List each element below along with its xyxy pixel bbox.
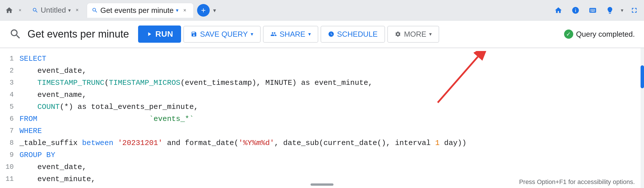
vertical-scrollbar-thumb[interactable] <box>641 65 644 88</box>
code-content[interactable]: SELECT event_date, TIMESTAMP_TRUNC(TIMES… <box>17 48 644 188</box>
tab1-close[interactable]: × <box>73 6 81 14</box>
toolbar: Get events per minute RUN SAVE QUERY ▾ S… <box>0 21 644 48</box>
code-line-8: _table_suffix between '20231201' and for… <box>19 137 639 149</box>
share-dropdown[interactable]: ▾ <box>308 31 311 37</box>
tab-bar: × Untitled ▾ × Get events per minute ▾ ×… <box>0 0 644 21</box>
topbar-expand-icon[interactable] <box>628 4 641 17</box>
code-line-10: event_date, <box>19 161 639 173</box>
query-status: ✓ Query completed. <box>564 30 635 39</box>
query-title: Get events per minute <box>28 28 129 40</box>
check-icon: ✓ <box>564 30 573 39</box>
code-line-7: WHERE <box>19 125 639 137</box>
home-close-btn[interactable]: × <box>16 6 24 14</box>
accessibility-hint: Press Option+F1 for accessibility option… <box>519 178 635 186</box>
topbar-keyboard-icon[interactable] <box>586 4 599 17</box>
toolbar-right: ✓ Query completed. <box>564 30 635 39</box>
tab2-dropdown[interactable]: ▾ <box>176 7 178 13</box>
home-tab-btn[interactable] <box>3 5 15 16</box>
tab-untitled[interactable]: Untitled ▾ × <box>28 3 86 18</box>
editor-area: 1 2 3 4 5 6 7 8 9 10 11 12 SELECT event_… <box>0 48 644 188</box>
code-line-9: GROUP BY <box>19 149 639 161</box>
schedule-icon <box>328 31 334 37</box>
more-dropdown[interactable]: ▾ <box>429 31 432 37</box>
topbar-home-icon[interactable] <box>552 4 565 17</box>
code-line-2: event_date, <box>19 65 639 77</box>
code-line-6: FROM `events_*` <box>19 113 639 125</box>
add-tab-button[interactable]: + <box>197 4 210 17</box>
tab2-label: Get events per minute <box>100 6 174 15</box>
tab1-dropdown[interactable]: ▾ <box>68 7 71 13</box>
tab-bar-left: × Untitled ▾ × Get events per minute ▾ ×… <box>3 3 552 18</box>
vertical-scrollbar[interactable] <box>641 48 644 188</box>
toolbar-title-section: Get events per minute <box>9 28 129 40</box>
code-line-5: COUNT(*) as total_events_per_minute, <box>19 101 639 113</box>
topbar-lightbulb-icon[interactable] <box>604 4 616 17</box>
tab-dropdown-arrow[interactable]: ▾ <box>213 7 216 14</box>
save-query-dropdown[interactable]: ▾ <box>251 31 253 37</box>
code-line-4: event_name, <box>19 89 639 101</box>
code-editor[interactable]: 1 2 3 4 5 6 7 8 9 10 11 12 SELECT event_… <box>0 48 644 188</box>
horizontal-scrollbar[interactable] <box>311 183 333 186</box>
tab-get-events[interactable]: Get events per minute ▾ × <box>87 3 194 18</box>
tab1-query-icon <box>32 7 38 13</box>
tab-bar-right: ▾ <box>552 4 641 17</box>
code-line-3: TIMESTAMP_TRUNC(TIMESTAMP_MICROS(event_t… <box>19 77 639 89</box>
code-line-1: SELECT <box>19 53 639 65</box>
save-query-button[interactable]: SAVE QUERY ▾ <box>183 26 261 43</box>
toolbar-query-icon <box>9 28 22 40</box>
tab1-label: Untitled <box>41 6 66 15</box>
save-icon <box>191 31 197 37</box>
tab2-query-icon <box>92 7 98 13</box>
toolbar-actions: RUN SAVE QUERY ▾ SHARE ▾ SCHEDULE <box>138 26 564 43</box>
share-button[interactable]: SHARE ▾ <box>263 26 318 43</box>
run-icon <box>146 31 152 37</box>
line-numbers: 1 2 3 4 5 6 7 8 9 10 11 12 <box>0 48 17 188</box>
run-button[interactable]: RUN <box>138 26 181 43</box>
more-button[interactable]: MORE ▾ <box>387 26 439 43</box>
tab2-close[interactable]: × <box>181 6 189 14</box>
schedule-button[interactable]: SCHEDULE <box>321 26 385 43</box>
topbar-info-icon[interactable] <box>569 4 582 17</box>
lightbulb-dropdown[interactable]: ▾ <box>621 7 623 13</box>
share-icon <box>270 31 277 37</box>
gear-icon <box>395 31 401 37</box>
